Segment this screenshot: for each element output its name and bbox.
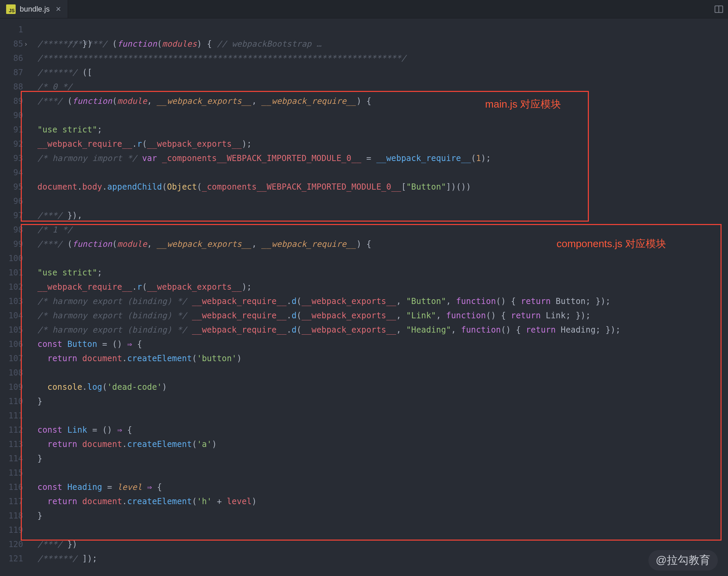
line-number: 92	[0, 137, 33, 151]
line-number: 116	[0, 480, 33, 494]
line-number: 95	[0, 180, 33, 194]
close-tab-icon[interactable]: ×	[56, 4, 61, 14]
line-number: 106	[0, 337, 33, 351]
code-line: /* 0 */	[37, 80, 728, 94]
code-line: const Link = () ⇒ {	[37, 423, 728, 437]
code-line: }	[37, 394, 728, 409]
line-number: 108	[0, 366, 33, 380]
line-number: 113	[0, 437, 33, 451]
line-number: 111	[0, 409, 33, 423]
tab-filename: bundle.js	[20, 5, 50, 14]
code-line: /* harmony import */ var _components__WE…	[37, 151, 728, 165]
code-line	[37, 251, 728, 266]
line-number: 101	[0, 266, 33, 280]
code-line: const Heading = level ⇒ {	[37, 480, 728, 494]
code-line: /******/ ]);	[37, 551, 728, 566]
line-number: 120	[0, 537, 33, 551]
line-number: 96	[0, 194, 33, 208]
line-number: 87	[0, 65, 33, 80]
code-line: "use strict";	[37, 123, 728, 137]
code-line	[37, 466, 728, 480]
code-line: return document.createElement('h' + leve…	[37, 494, 728, 509]
code-line: __webpack_require__.r(__webpack_exports_…	[37, 137, 728, 151]
code-area[interactable]: ›/******/ (function(modules) { // webpac…	[33, 18, 728, 576]
line-number: 98	[0, 223, 33, 237]
split-editor-icon[interactable]	[710, 0, 728, 18]
code-line: }	[37, 509, 728, 523]
line-number: 117	[0, 494, 33, 509]
code-line: document.body.appendChild(Object(_compon…	[37, 180, 728, 194]
code-line: return document.createElement('button')	[37, 351, 728, 366]
line-number: 112	[0, 423, 33, 437]
code-line	[37, 409, 728, 423]
code-line: /***/ }),	[37, 208, 728, 223]
line-number-gutter: 1858687888990919293949596979899100101102…	[0, 18, 33, 576]
line-number: 94	[0, 165, 33, 180]
tab-bar-spacer	[68, 0, 710, 18]
line-number: 103	[0, 294, 33, 308]
tab-bar: JS bundle.js ×	[0, 0, 728, 18]
code-line: console.log('dead-code')	[37, 380, 728, 394]
line-number: 121	[0, 551, 33, 566]
code-line: /* harmony export (binding) */ __webpack…	[37, 323, 728, 337]
code-line: ›/******/ (function(modules) { // webpac…	[37, 22, 728, 37]
code-line	[37, 194, 728, 208]
watermark: @拉勾教育	[648, 550, 718, 571]
line-number: 1	[0, 22, 33, 37]
annotation-label-main: main.js 对应模块	[485, 97, 561, 111]
code-line: /* 1 */	[37, 223, 728, 237]
line-number: 114	[0, 451, 33, 466]
code-line: /***/ (function(module, __webpack_export…	[37, 94, 728, 108]
line-number: 105	[0, 323, 33, 337]
line-number: 109	[0, 380, 33, 394]
code-line: /* harmony export (binding) */ __webpack…	[37, 308, 728, 323]
code-line: }	[37, 451, 728, 466]
code-line: __webpack_require__.r(__webpack_exports_…	[37, 280, 728, 294]
code-editor[interactable]: 1858687888990919293949596979899100101102…	[0, 18, 728, 576]
line-number: 119	[0, 523, 33, 537]
line-number: 118	[0, 509, 33, 523]
line-number: 93	[0, 151, 33, 165]
line-number: 102	[0, 280, 33, 294]
code-line	[37, 523, 728, 537]
line-number: 88	[0, 80, 33, 94]
code-line: const Button = () ⇒ {	[37, 337, 728, 351]
fold-caret-icon[interactable]: ›	[24, 37, 28, 51]
line-number: 89	[0, 94, 33, 108]
js-file-icon: JS	[6, 4, 16, 14]
line-number: 99	[0, 237, 33, 251]
annotation-label-components: components.js 对应模块	[557, 237, 666, 251]
line-number: 104	[0, 308, 33, 323]
code-line: /***/ })	[37, 537, 728, 551]
code-line: /***************************************…	[37, 51, 728, 65]
code-line: /******/ ([	[37, 65, 728, 80]
code-line	[37, 366, 728, 380]
line-number: 91	[0, 123, 33, 137]
line-number: 100	[0, 251, 33, 266]
line-number: 90	[0, 108, 33, 123]
editor-tab[interactable]: JS bundle.js ×	[0, 0, 68, 18]
line-number: 107	[0, 351, 33, 366]
line-number: 115	[0, 466, 33, 480]
line-number: 97	[0, 208, 33, 223]
code-line: /* harmony export (binding) */ __webpack…	[37, 294, 728, 308]
line-number: 110	[0, 394, 33, 409]
line-number: 86	[0, 51, 33, 65]
code-line: return document.createElement('a')	[37, 437, 728, 451]
code-line	[37, 165, 728, 180]
code-line: "use strict";	[37, 266, 728, 280]
code-line	[37, 108, 728, 123]
